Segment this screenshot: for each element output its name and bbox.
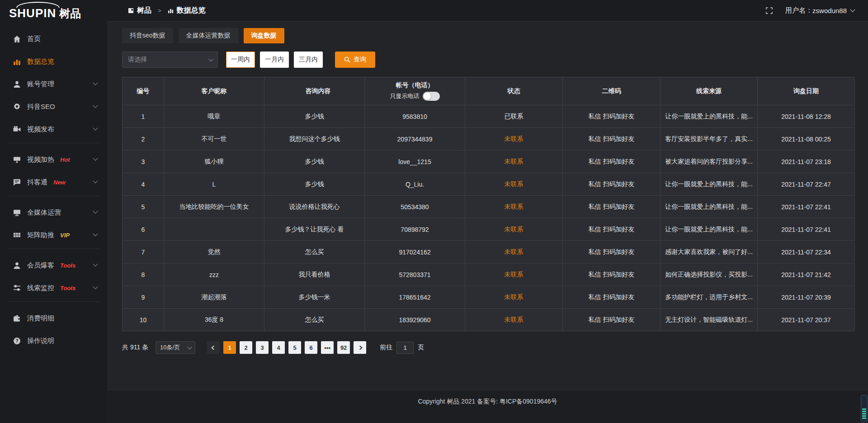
sidebar-item-account-management[interactable]: 账号管理 [0, 74, 107, 94]
tab-button[interactable]: 询盘数据 [244, 28, 284, 43]
sidebar-item-data-overview[interactable]: 数据总览 [0, 52, 107, 71]
prev-page-button[interactable] [207, 341, 220, 354]
sidebar-item-video-publish[interactable]: 视频发布 [0, 119, 107, 139]
sidebar-item-member-baoke[interactable]: 会员爆客 Tools [0, 255, 107, 275]
cell-qrcode-links[interactable]: 私信 扫码加好友 [563, 286, 660, 309]
period-button[interactable]: 一周内 [226, 52, 255, 68]
cell-source-link[interactable]: 无主灯设计，智能磁吸轨道灯... [660, 309, 758, 331]
account-select[interactable]: 请选择 [122, 52, 218, 68]
cell-source-link[interactable]: 客厅安装投影半年多了，真实... [660, 128, 758, 150]
page-number-button[interactable]: 92 [337, 341, 350, 354]
table-body: 1 哦章 多少钱 9583810 已联系 私信 扫码加好友 让你一眼就爱上的黑科… [123, 105, 855, 331]
sidebar-item-label: 账号管理 [27, 80, 54, 89]
period-button[interactable]: 三月内 [294, 52, 323, 68]
cell-source-link[interactable]: 让你一眼就爱上的黑科技，能... [660, 218, 758, 241]
sidebar-item-lead-monitoring[interactable]: 线索监控 Tools [0, 278, 107, 298]
cell-content: 多少钱 [264, 150, 365, 173]
sidebar-item-label: 视频发布 [27, 125, 54, 134]
cell-nickname: 潮起潮落 [164, 286, 264, 309]
cell-account: 183929060 [365, 309, 465, 331]
cell-nickname [164, 218, 264, 241]
cell-qrcode-links[interactable]: 私信 扫码加好友 [563, 309, 660, 331]
cell-qrcode-links[interactable]: 私信 扫码加好友 [563, 241, 660, 263]
phone-only-toggle[interactable] [423, 92, 440, 101]
page-number-button[interactable]: 6 [305, 341, 317, 354]
cell-source-link[interactable]: 感谢大家喜欢我家，被问了好... [660, 241, 758, 263]
goto-page-input[interactable] [396, 342, 414, 354]
tab-button[interactable]: 抖音seo数据 [122, 28, 173, 43]
main-column: 树品 > 数据总览 用户名： zswodun88 抖音seo数据 全媒体运营数据… [107, 0, 868, 423]
next-page-button[interactable] [354, 341, 366, 354]
sidebar-item-doukettong[interactable]: 抖客通 New [0, 172, 107, 192]
cell-id: 5 [123, 196, 164, 218]
fullscreen-icon[interactable] [766, 7, 773, 14]
chevron-down-icon [93, 103, 98, 108]
query-button-label: 查询 [354, 56, 366, 64]
cell-date: 2021-11-07 21:42 [758, 263, 855, 286]
username-label: 用户名： [785, 6, 812, 15]
cell-date: 2021-11-07 22:41 [758, 196, 855, 218]
sidebar-item-douyin-seo[interactable]: 抖音SEO [0, 97, 107, 117]
cell-source-link[interactable]: 多功能护栏灯，适用于乡村文... [660, 286, 758, 309]
vip-badge: VIP [60, 232, 70, 239]
svg-text:?: ? [15, 338, 18, 343]
page-number-button[interactable]: 2 [240, 341, 252, 354]
cell-status: 未联系 [465, 196, 563, 218]
browser-widget[interactable] [861, 395, 868, 422]
query-button[interactable]: 查询 [335, 52, 375, 68]
pagination: 共 911 条 10条/页 1 2 3 4 5 [122, 341, 868, 354]
table-row: 2 不可一世 我想问这个多少钱 2097344839 未联系 私信 扫码加好友 … [123, 128, 855, 150]
chevron-down-icon [93, 209, 98, 214]
sidebar-item-instructions[interactable]: ? 操作说明 [0, 331, 107, 351]
breadcrumb-home[interactable]: 树品 [137, 6, 151, 15]
sidebar-item-label: 操作说明 [27, 337, 54, 345]
header-account-title: 帐号（电话） [365, 81, 465, 89]
topbar: 树品 > 数据总览 用户名： zswodun88 [107, 0, 868, 22]
cell-qrcode-links[interactable]: 私信 扫码加好友 [563, 105, 660, 128]
cell-content: 多少钱 [264, 105, 365, 128]
sidebar-item-video-heating[interactable]: 视频加热 Hot [0, 150, 107, 169]
cell-source-link[interactable]: 让你一眼就爱上的黑科技，能... [660, 196, 758, 218]
page-number-button[interactable]: 1 [223, 341, 236, 354]
cell-account: 572803371 [365, 263, 465, 286]
cell-qrcode-links[interactable]: 私信 扫码加好友 [563, 196, 660, 218]
chevron-down-icon[interactable] [850, 7, 855, 12]
cell-source-link[interactable]: 让你一眼就爱上的黑科技，能... [660, 173, 758, 196]
cell-qrcode-links[interactable]: 私信 扫码加好友 [563, 263, 660, 286]
page-number-button[interactable]: 3 [256, 341, 269, 354]
header-nickname: 客户昵称 [164, 77, 264, 105]
chat-icon [13, 178, 21, 186]
cell-qrcode-links[interactable]: 私信 扫码加好友 [563, 128, 660, 150]
status-badge: 未联系 [505, 158, 524, 165]
period-button[interactable]: 一月内 [260, 52, 289, 68]
cell-source-link[interactable]: 被大家追着问的客厅投影分享... [660, 150, 758, 173]
square-icon [128, 8, 134, 14]
cell-source-link[interactable]: 让你一眼就爱上的黑科技，能... [660, 105, 758, 128]
toggle-knob [424, 93, 431, 100]
page-footer: Copyright 树品 2021 备案号: 粤ICP备09019646号 [107, 390, 868, 423]
page-number-button[interactable]: 4 [272, 341, 285, 354]
cell-source-link[interactable]: 如何正确选择投影仪，买投影... [660, 263, 758, 286]
cell-qrcode-links[interactable]: 私信 扫码加好友 [563, 218, 660, 241]
cell-id: 1 [123, 105, 164, 128]
cell-account: 9583810 [365, 105, 465, 128]
home-icon [13, 35, 21, 43]
username-value[interactable]: zswodun88 [812, 7, 847, 14]
sidebar-item-matrix-boost[interactable]: 矩阵助推 VIP [0, 225, 107, 245]
cell-id: 10 [123, 309, 164, 331]
cell-qrcode-links[interactable]: 私信 扫码加好友 [563, 173, 660, 196]
header-date: 询盘日期 [758, 77, 855, 105]
page-number-button[interactable]: 5 [288, 341, 301, 354]
page-number-button[interactable]: ••• [321, 341, 334, 354]
status-badge: 未联系 [505, 180, 524, 188]
status-badge: 已联系 [505, 113, 524, 120]
table-row: 4 L 多少钱 Q_Liu. 未联系 私信 扫码加好友 让你一眼就爱上的黑科技，… [123, 173, 855, 196]
sidebar-item-home[interactable]: 首页 [0, 29, 107, 49]
cell-qrcode-links[interactable]: 私信 扫码加好友 [563, 150, 660, 173]
tab-button[interactable]: 全媒体运营数据 [179, 28, 238, 43]
sidebar-item-consumption-details[interactable]: 消费明细 [0, 308, 107, 328]
status-badge: 未联系 [505, 135, 524, 142]
goto-label: 前往 [380, 343, 392, 352]
sidebar-item-omnimedia-ops[interactable]: 全媒体运营 [0, 202, 107, 222]
page-size-select[interactable]: 10条/页 [156, 341, 195, 354]
